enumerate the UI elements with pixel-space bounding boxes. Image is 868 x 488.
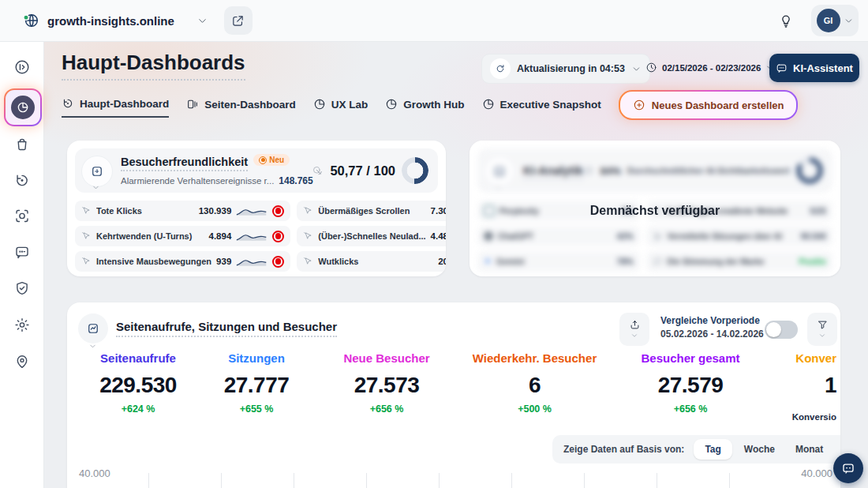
stat-besucher-gesamt[interactable]: Besucher gesamt 27.579 +656 % bbox=[619, 351, 761, 415]
target-icon bbox=[583, 165, 594, 176]
stat-sitzungen[interactable]: Sitzungen 27.777 +655 % bbox=[197, 351, 316, 415]
clock-icon bbox=[645, 62, 657, 73]
stat-label: Neue Besucher bbox=[327, 351, 446, 365]
chart-gridline bbox=[294, 473, 294, 488]
metric-row-tote-klicks[interactable]: Tote Klicks 130.939 bbox=[75, 201, 290, 221]
sidebar-item-recordings-icon[interactable] bbox=[13, 208, 30, 224]
stat-wiederkehrende-besucher[interactable]: Wiederkehr. Besucher 6 +500 % bbox=[466, 351, 604, 415]
ai-stat-value: 90.540 bbox=[801, 231, 826, 241]
chart-gridline bbox=[729, 473, 730, 488]
cursor-icon bbox=[81, 257, 92, 267]
columns-icon bbox=[186, 98, 199, 111]
stat-value: 6 bbox=[466, 373, 604, 398]
network-icon bbox=[653, 231, 663, 242]
metric-value: 939 bbox=[216, 257, 231, 266]
tab-label: Haupt-Dashboard bbox=[80, 98, 169, 110]
collapse-sidebar-icon[interactable] bbox=[13, 58, 31, 76]
tab-growth-hub[interactable]: Growth Hub bbox=[385, 98, 464, 117]
metric-label: Wutklicks bbox=[318, 257, 433, 266]
tab-label: Seiten-Dashboard bbox=[204, 99, 296, 111]
chart-gridline bbox=[511, 473, 512, 488]
chat-widget-button[interactable] bbox=[833, 453, 863, 483]
sidebar-item-security-icon[interactable] bbox=[13, 280, 30, 297]
dot-icon bbox=[259, 156, 267, 164]
tab-label: Executive Snapshot bbox=[500, 99, 601, 111]
chevron-down-icon[interactable] bbox=[92, 183, 100, 192]
ai-score-cluster: 84% Durchschnittlicher AI-Sichtbarkeitsw… bbox=[583, 148, 823, 193]
granularity-monat[interactable]: Monat bbox=[787, 439, 832, 460]
stat-label: Wiederkehr. Besucher bbox=[466, 351, 604, 365]
sidebar-item-shop-icon[interactable] bbox=[13, 136, 30, 152]
metric-label: (Über-)Schnelles Neulad... bbox=[318, 231, 425, 241]
compare-period-toggle[interactable] bbox=[765, 321, 798, 339]
stat-label: Konver bbox=[746, 351, 836, 365]
metric-row-wutklicks[interactable]: Wutklicks 201 bbox=[297, 251, 446, 272]
avatar: GI bbox=[817, 9, 840, 32]
site-name: growth-insights.online bbox=[47, 14, 174, 28]
chart-gridline bbox=[148, 473, 149, 488]
ai-assistant-button[interactable]: KI-Assistent bbox=[769, 54, 859, 82]
new-badge: Neu bbox=[253, 154, 290, 166]
chevron-down-icon bbox=[196, 15, 208, 27]
external-link-icon bbox=[231, 14, 245, 28]
stat-value: 1 bbox=[746, 373, 836, 398]
chevron-down-icon bbox=[494, 183, 503, 192]
gemini-icon: ✦ bbox=[484, 257, 492, 266]
record-icon[interactable] bbox=[272, 256, 284, 268]
traffic-card: Seitenaufrufe, Sitzungen und Besucher Ve… bbox=[67, 302, 840, 488]
ai-score-donut bbox=[796, 157, 823, 184]
widget-icon[interactable] bbox=[81, 156, 113, 187]
ai-stat-value: Positiv bbox=[799, 257, 826, 266]
cursor-icon bbox=[81, 231, 92, 242]
granularity-label: Zeige Daten auf Basis von: bbox=[563, 444, 684, 455]
granularity-woche[interactable]: Woche bbox=[735, 439, 784, 460]
auto-refresh-control[interactable]: Aktualisierung in 04:53 bbox=[481, 54, 650, 84]
granularity-tag[interactable]: Tag bbox=[694, 439, 731, 460]
stat-value: 27.777 bbox=[197, 373, 316, 398]
tab-seiten-dashboard[interactable]: Seiten-Dashboard bbox=[186, 98, 296, 117]
metric-value: 130.939 bbox=[199, 206, 232, 216]
stat-konversionen[interactable]: Konver 1 Konversio bbox=[746, 351, 836, 422]
sidebar-item-dashboards[interactable] bbox=[4, 88, 42, 126]
account-menu[interactable]: GI bbox=[811, 5, 859, 36]
compare-period-range: 05.02.2026 - 14.02.2026 bbox=[660, 328, 764, 340]
sidebar-item-feedback-icon[interactable] bbox=[13, 244, 30, 261]
sidebar-item-session-replay-icon[interactable] bbox=[13, 172, 30, 189]
provider-value: 42% bbox=[617, 231, 634, 241]
chart-gridline bbox=[366, 473, 367, 488]
stat-neue-besucher[interactable]: Neue Besucher 27.573 +656 % bbox=[327, 351, 446, 415]
ai-stat-label: Die Stimmung der Marke bbox=[668, 257, 795, 266]
lightbulb-icon[interactable] bbox=[778, 13, 794, 28]
traffic-card-title[interactable]: Seitenaufrufe, Sitzungen und Besucher bbox=[116, 320, 337, 337]
stat-change: +655 % bbox=[197, 404, 316, 415]
compare-period-label: Vergleiche Vorperiode bbox=[660, 315, 764, 326]
create-dashboard-button[interactable]: Neues Dashboard erstellen bbox=[619, 90, 799, 120]
pie-chart-icon bbox=[313, 98, 326, 111]
ai-assistant-label: KI-Assistent bbox=[793, 62, 853, 74]
record-icon[interactable] bbox=[272, 231, 284, 242]
y-axis-left-label: 40.000 bbox=[79, 467, 110, 479]
metric-row-scrollen[interactable]: Übermäßiges Scrollen 7.303 bbox=[297, 201, 446, 221]
metric-row-kehrtwenden[interactable]: Kehrtwenden (U-Turns) 4.894 bbox=[75, 226, 290, 246]
line-chart-icon[interactable] bbox=[78, 313, 108, 343]
tab-ux-lab[interactable]: UX Lab bbox=[313, 98, 369, 117]
chevron-down-icon[interactable] bbox=[88, 342, 97, 351]
export-button[interactable] bbox=[619, 313, 649, 346]
record-icon[interactable] bbox=[272, 205, 284, 217]
sidebar-item-settings-icon[interactable] bbox=[13, 317, 30, 333]
metric-row-mausbewegungen[interactable]: Intensive Mausbewegungen 939 bbox=[75, 251, 290, 272]
metric-label: Tote Klicks bbox=[96, 206, 194, 216]
stat-change: +624 % bbox=[79, 404, 197, 415]
stat-change: +656 % bbox=[619, 404, 761, 415]
site-selector[interactable]: growth-insights.online bbox=[22, 12, 208, 29]
card-title[interactable]: Besucherfreundlichkeit bbox=[121, 156, 248, 171]
tab-executive-snapshot[interactable]: Executive Snapshot bbox=[482, 98, 601, 117]
filter-button[interactable] bbox=[807, 313, 837, 346]
date-range-picker[interactable]: 02/15/2026 - 02/23/2026 bbox=[645, 62, 774, 73]
metric-value: 201 bbox=[438, 257, 446, 266]
metric-row-neuladen[interactable]: (Über-)Schnelles Neulad... 4.489 bbox=[297, 226, 446, 246]
open-site-button[interactable] bbox=[224, 6, 253, 35]
stat-seitenaufrufe[interactable]: Seitenaufrufe 229.530 +624 % bbox=[79, 351, 197, 415]
tab-haupt-dashboard[interactable]: Haupt-Dashboard bbox=[62, 97, 169, 118]
sidebar-item-location-icon[interactable] bbox=[13, 353, 30, 370]
